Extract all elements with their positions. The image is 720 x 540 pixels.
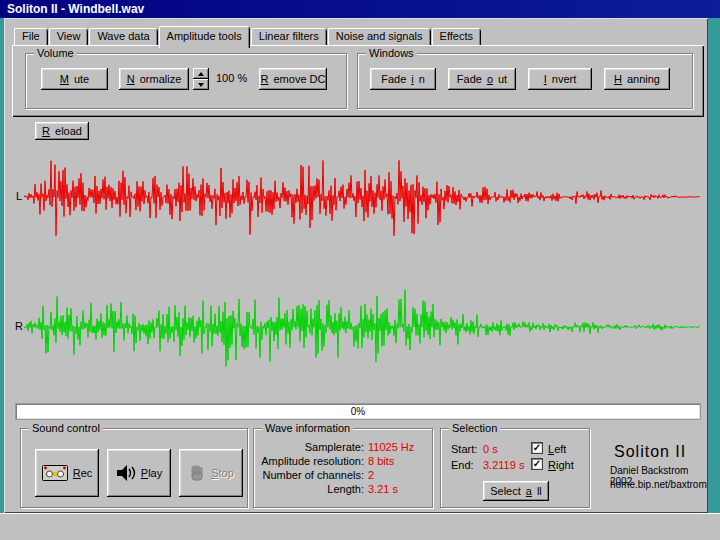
amplitude-tools-page: Volume Mute Normalize 100 % Remove DC Wi… [12, 45, 704, 117]
selection-start-value: 0 s [483, 443, 498, 455]
tab-view[interactable]: View [49, 28, 89, 45]
window-titlebar[interactable]: Soliton II - Windbell.wav [0, 0, 720, 18]
volume-group-label: Volume [34, 47, 77, 59]
tab-linear-filters[interactable]: Linear filters [251, 28, 327, 45]
channels-label: Number of channels: [260, 469, 368, 481]
left-channel-checkbox-label: Left [548, 443, 566, 455]
desktop: Soliton II - Windbell.wav File View Wave… [0, 0, 720, 540]
selection-start-label: Start: [451, 443, 477, 455]
tab-amplitude-tools[interactable]: Amplitude tools [159, 26, 250, 48]
right-channel-checkbox[interactable]: ✓ [531, 458, 543, 470]
tab-effects[interactable]: Effects [432, 28, 481, 45]
up-arrow-icon [198, 72, 204, 76]
app-window: File View Wave data Amplitude tools Line… [4, 18, 708, 513]
selection-end-value: 3.2119 s [483, 459, 524, 471]
app-website: home.bip.net/baxtrom [610, 479, 707, 490]
volume-percent-value: 100 % [216, 72, 247, 84]
volume-spinner [193, 68, 209, 90]
wave-information-list: Samplerate: 11025 Hz Amplitude resolutio… [260, 441, 414, 495]
mute-button[interactable]: Mute [41, 68, 108, 90]
remove-dc-button[interactable]: Remove DC [259, 68, 327, 90]
hanning-button[interactable]: Hanning [604, 68, 670, 90]
sound-control-group: Sound control Rec Play [20, 428, 248, 508]
volume-spin-down-button[interactable] [193, 79, 209, 90]
samplerate-value: 11025 Hz [368, 441, 414, 453]
play-button[interactable]: Play [107, 449, 171, 497]
windows-group-label: Windows [366, 47, 417, 59]
progress-value: 0% [351, 406, 365, 417]
waveform-display[interactable] [24, 130, 700, 400]
stop-button[interactable]: Stop [179, 449, 243, 497]
waveform-left-channel [24, 160, 700, 235]
stop-button-label: Stop [211, 467, 234, 479]
wave-information-group-label: Wave information [262, 422, 353, 434]
selection-group: Selection Start: 0 s End: 3.2119 s ✓ Lef… [440, 428, 590, 508]
right-channel-checkbox-label: Right [548, 459, 574, 471]
window-title: Soliton II - Windbell.wav [7, 2, 144, 16]
waveform-right-channel [24, 290, 700, 367]
down-arrow-icon [198, 83, 204, 87]
tab-noise-and-signals[interactable]: Noise and signals [328, 28, 431, 45]
amplitude-resolution-value: 8 bits [368, 455, 414, 467]
tab-wave-data[interactable]: Wave data [89, 28, 157, 45]
samplerate-label: Samplerate: [260, 441, 368, 453]
amplitude-resolution-label: Amplitude resolution: [260, 455, 368, 467]
selection-group-label: Selection [449, 422, 500, 434]
fade-in-button[interactable]: Fade in [370, 68, 436, 90]
tab-strip: File View Wave data Amplitude tools Line… [14, 25, 482, 45]
tab-file[interactable]: File [14, 28, 48, 45]
invert-button[interactable]: Invert [528, 68, 592, 90]
stop-hand-icon [188, 464, 206, 482]
rec-button[interactable]: Rec [35, 449, 99, 497]
sound-control-group-label: Sound control [29, 422, 103, 434]
volume-spin-up-button[interactable] [193, 68, 209, 79]
wave-information-group: Wave information Samplerate: 11025 Hz Am… [253, 428, 433, 508]
length-label: Length: [260, 483, 368, 495]
normalize-button[interactable]: Normalize [119, 68, 189, 90]
channels-value: 2 [368, 469, 414, 481]
app-brand-name: Soliton II [614, 443, 686, 461]
progress-bar: 0% [15, 403, 701, 420]
windows-group: Windows Fade in Fade out Invert Hanning [357, 53, 693, 109]
volume-group: Volume Mute Normalize 100 % Remove DC [25, 53, 347, 109]
fade-out-button[interactable]: Fade out [448, 68, 516, 90]
cassette-icon [42, 465, 68, 481]
left-channel-checkbox[interactable]: ✓ [531, 442, 543, 454]
speaker-icon [116, 464, 136, 482]
length-value: 3.21 s [368, 483, 414, 495]
rec-button-label: Rec [73, 467, 93, 479]
select-all-button[interactable]: Select all [483, 481, 549, 501]
taskbar: Пуск e Soliton II [0, 513, 720, 540]
selection-end-label: End: [451, 459, 474, 471]
play-button-label: Play [141, 467, 162, 479]
